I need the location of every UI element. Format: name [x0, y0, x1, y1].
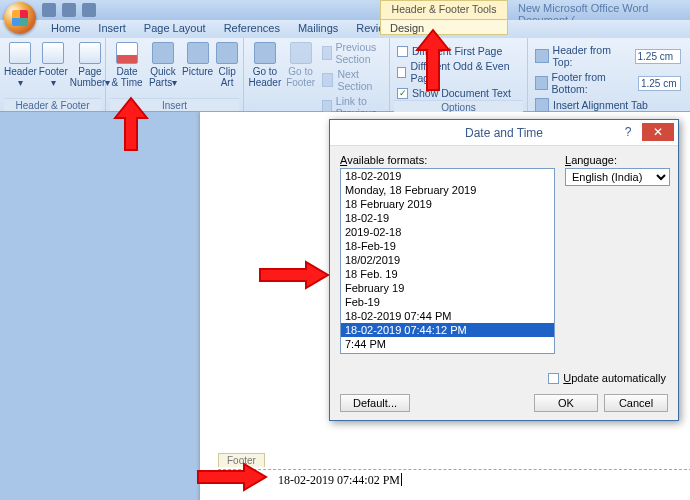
footer-button[interactable]: Footer▾ [39, 40, 68, 90]
picture-button[interactable]: Picture [182, 40, 213, 79]
format-option[interactable]: 7:44 PM [341, 337, 554, 351]
cancel-button[interactable]: Cancel [604, 394, 668, 412]
formats-label: Available formats: [340, 154, 555, 166]
format-option[interactable]: 18-02-19 [341, 211, 554, 225]
footer-bottom-icon [535, 76, 548, 90]
ok-button[interactable]: OK [534, 394, 598, 412]
quick-parts-button[interactable]: QuickParts▾ [146, 40, 180, 90]
previous-section-button: Previous Section [319, 40, 385, 66]
language-label: Language: [565, 154, 670, 166]
tab-insert[interactable]: Insert [89, 20, 135, 38]
header-top-icon [535, 49, 549, 63]
group-label-header-footer: Header & Footer [4, 98, 101, 111]
checkbox-checked-icon: ✓ [397, 88, 408, 99]
annotation-arrow-up-design [415, 28, 451, 92]
footer-icon [42, 42, 64, 64]
format-option[interactable]: 18 Feb. 19 [341, 267, 554, 281]
checkbox-icon [397, 67, 406, 78]
format-option[interactable]: 18/02/2019 [341, 253, 554, 267]
header-top-spinner[interactable]: 1.25 cm [635, 49, 681, 64]
format-option[interactable]: 18-02-2019 [341, 169, 554, 183]
header-button[interactable]: Header▾ [4, 40, 37, 90]
next-section-icon [322, 73, 333, 87]
footer-from-bottom-row: Footer from Bottom:1.25 cm [532, 70, 684, 96]
picture-icon [187, 42, 209, 64]
checkbox-icon [548, 373, 559, 384]
annotation-arrow-right-format [258, 260, 330, 290]
format-option[interactable]: 18 February 2019 [341, 197, 554, 211]
diff-odd-even-check[interactable]: Different Odd & Even Pages [394, 59, 523, 85]
qat-undo-icon[interactable] [62, 3, 76, 17]
default-button[interactable]: Default... [340, 394, 410, 412]
group-navigation: Go toHeader Go toFooter Previous Section… [244, 38, 390, 111]
format-option[interactable]: 2019-02-18 [341, 225, 554, 239]
diff-first-page-check[interactable]: Different First Page [394, 44, 523, 58]
qat-redo-icon[interactable] [82, 3, 96, 17]
group-options: Different First Page Different Odd & Eve… [390, 38, 528, 111]
office-button[interactable] [4, 2, 36, 34]
page-number-button[interactable]: PageNumber▾ [70, 40, 111, 90]
footer-text[interactable]: 18-02-2019 07:44:02 PM [278, 473, 402, 488]
format-option[interactable]: Monday, 18 February 2019 [341, 183, 554, 197]
checkbox-icon [397, 46, 408, 57]
format-option[interactable]: 18-02-2019 07:44 PM [341, 309, 554, 323]
date-time-icon [116, 42, 138, 64]
date-time-button[interactable]: Date& Time [110, 40, 144, 90]
update-automatically-check[interactable]: Update automatically [548, 372, 666, 384]
group-position: Header from Top:1.25 cm Footer from Bott… [528, 38, 688, 111]
annotation-arrow-up-datetime [113, 96, 149, 152]
quick-parts-icon [152, 42, 174, 64]
header-icon [9, 42, 31, 64]
tab-home[interactable]: Home [42, 20, 89, 38]
group-header-footer: Header▾ Footer▾ PageNumber▾ Header & Foo… [0, 38, 106, 111]
format-option[interactable]: February 19 [341, 281, 554, 295]
date-time-dialog: Date and Time ? ✕ Available formats: 18-… [329, 119, 679, 421]
goto-footer-button: Go toFooter [284, 40, 318, 90]
dialog-close-button[interactable]: ✕ [642, 123, 674, 141]
clip-art-icon [216, 42, 238, 64]
tab-references[interactable]: References [215, 20, 289, 38]
next-section-button: Next Section [319, 67, 385, 93]
page-number-icon [79, 42, 101, 64]
clip-art-button[interactable]: ClipArt [215, 40, 239, 90]
language-select[interactable]: English (India) [565, 168, 670, 186]
ribbon: Header▾ Footer▾ PageNumber▾ Header & Foo… [0, 38, 690, 112]
format-option[interactable]: 18-Feb-19 [341, 239, 554, 253]
format-option[interactable]: Feb-19 [341, 295, 554, 309]
goto-header-button[interactable]: Go toHeader [248, 40, 282, 90]
quick-access-toolbar [42, 3, 96, 17]
show-doc-text-check[interactable]: ✓Show Document Text [394, 86, 523, 100]
dialog-title: Date and Time [465, 126, 543, 140]
dialog-help-button[interactable]: ? [618, 123, 638, 141]
format-option[interactable]: 18-02-2019 07:44:12 PM [341, 323, 554, 337]
goto-footer-icon [290, 42, 312, 64]
format-option[interactable]: 7:44:12 PM [341, 351, 554, 354]
formats-label-text: vailable formats: [347, 154, 427, 166]
footer-bottom-spinner[interactable]: 1.25 cm [638, 76, 681, 91]
qat-save-icon[interactable] [42, 3, 56, 17]
ribbon-tabs: Home Insert Page Layout References Maili… [0, 20, 690, 38]
annotation-arrow-right-footer [196, 462, 268, 492]
insert-alignment-tab-button[interactable]: Insert Alignment Tab [532, 97, 684, 113]
tab-mailings[interactable]: Mailings [289, 20, 347, 38]
formats-listbox[interactable]: 18-02-2019Monday, 18 February 201918 Feb… [340, 168, 555, 354]
title-bar: Header & Footer Tools New Microsoft Offi… [0, 0, 690, 20]
prev-section-icon [322, 46, 331, 60]
alignment-tab-icon [535, 98, 549, 112]
dialog-title-bar[interactable]: Date and Time ? ✕ [330, 120, 678, 146]
goto-header-icon [254, 42, 276, 64]
contextual-tab-caption: Header & Footer Tools [380, 0, 508, 19]
header-from-top-row: Header from Top:1.25 cm [532, 43, 684, 69]
tab-page-layout[interactable]: Page Layout [135, 20, 215, 38]
